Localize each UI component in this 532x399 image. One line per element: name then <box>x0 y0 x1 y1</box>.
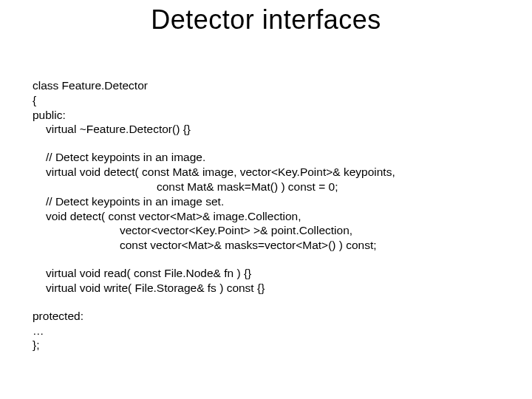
code-line: // Detect keypoints in an image. <box>33 150 505 165</box>
code-line: public: <box>33 108 505 123</box>
code-line: protected: <box>33 309 505 324</box>
code-line: { <box>33 93 505 108</box>
code-block: class Feature.Detector { public: virtual… <box>33 78 505 352</box>
slide: Detector interfaces class Feature.Detect… <box>0 0 532 399</box>
code-line: virtual ~Feature.Detector() {} <box>33 122 505 137</box>
code-line: vector<vector<Key.Point> >& point.Collec… <box>33 223 505 238</box>
code-line: virtual void detect( const Mat& image, v… <box>33 165 505 180</box>
code-line: const Mat& mask=Mat() ) const = 0; <box>33 180 505 194</box>
code-line: }; <box>33 338 505 352</box>
slide-title: Detector interfaces <box>0 4 532 35</box>
code-line: class Feature.Detector <box>33 78 505 93</box>
code-line: const vector<Mat>& masks=vector<Mat>() )… <box>33 238 505 253</box>
code-line: // Detect keypoints in an image set. <box>33 194 505 209</box>
code-line: … <box>33 324 505 338</box>
code-line: virtual void read( const File.Node& fn )… <box>33 266 505 281</box>
code-line: virtual void write( File.Storage& fs ) c… <box>33 281 505 296</box>
code-line: void detect( const vector<Mat>& image.Co… <box>33 209 505 224</box>
